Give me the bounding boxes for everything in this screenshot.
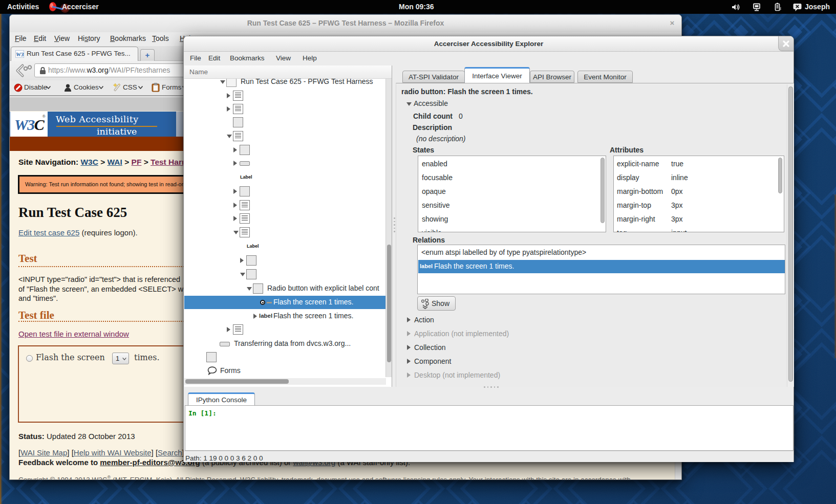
attr-key[interactable]: margin-top bbox=[617, 201, 651, 209]
paned-grip-vertical[interactable] bbox=[394, 217, 395, 233]
edit-test-case-link[interactable]: Edit test case 625 bbox=[18, 228, 79, 237]
attributes-scrollbar[interactable] bbox=[778, 158, 782, 193]
menu-bookmarks[interactable]: Bookmarks bbox=[230, 54, 265, 62]
nav-link-wai[interactable]: WAI bbox=[108, 158, 122, 166]
tree-row[interactable] bbox=[184, 185, 386, 198]
menu-tools[interactable]: Tools bbox=[152, 34, 169, 42]
tab-interface-viewer[interactable]: Interface Viewer bbox=[464, 67, 530, 83]
state-item[interactable]: opaque bbox=[422, 187, 446, 195]
radio-button[interactable] bbox=[26, 355, 33, 362]
wai-site-map-link[interactable]: WAI Site Map bbox=[20, 448, 67, 457]
tree-row[interactable] bbox=[184, 116, 386, 129]
help-wai-link[interactable]: Help with WAI Website bbox=[74, 448, 152, 457]
attr-value[interactable]: 3px bbox=[671, 215, 683, 223]
activities-button[interactable]: Activities bbox=[7, 0, 39, 14]
state-item[interactable]: enabled bbox=[422, 160, 447, 168]
state-item[interactable]: visible bbox=[422, 229, 442, 232]
menu-help[interactable]: Help bbox=[303, 54, 317, 62]
attr-value[interactable]: inline bbox=[671, 173, 688, 182]
display-icon[interactable] bbox=[752, 3, 761, 12]
expander-desktop[interactable]: Desktop (not implemented) bbox=[414, 371, 500, 379]
tree-row[interactable] bbox=[184, 157, 386, 170]
interface-viewer-scrollbar[interactable] bbox=[787, 84, 794, 387]
attr-value[interactable]: true bbox=[671, 160, 683, 168]
tab-event-monitor[interactable]: Event Monitor bbox=[577, 71, 633, 83]
user-name[interactable]: Joseph bbox=[805, 0, 830, 14]
menu-view[interactable]: View bbox=[54, 34, 70, 42]
tree-row[interactable]: Label bbox=[184, 240, 386, 253]
states-scrollbar[interactable] bbox=[601, 158, 605, 223]
tree-row[interactable]: labelFlash the screen 1 times. bbox=[184, 310, 386, 323]
attr-key[interactable]: display bbox=[617, 173, 639, 182]
new-tab-button[interactable]: + bbox=[140, 49, 155, 61]
accerciser-close-button[interactable] bbox=[778, 36, 794, 51]
relation-item[interactable]: <enum atspi labelled by of type pyatspir… bbox=[421, 248, 586, 256]
attr-value[interactable]: 3px bbox=[671, 201, 683, 209]
attr-key[interactable]: margin-right bbox=[617, 215, 655, 223]
open-test-file-link[interactable]: Open test file in external window bbox=[18, 330, 129, 338]
accessible-expander[interactable]: Accessible bbox=[414, 99, 448, 107]
tree-row[interactable] bbox=[184, 102, 386, 116]
tree-row[interactable] bbox=[184, 89, 386, 102]
expander-component[interactable]: Component bbox=[414, 357, 451, 365]
relation-selected-row[interactable]: label Flash the screen 1 times. bbox=[418, 260, 785, 273]
tab-ipython-console[interactable]: IPython Console bbox=[188, 392, 255, 405]
tree-row[interactable] bbox=[184, 323, 386, 336]
clock[interactable]: Mon 09:36 bbox=[399, 0, 434, 14]
tree-header[interactable]: Name bbox=[184, 65, 392, 79]
tree-row[interactable]: Radio button with explicit label cont bbox=[184, 282, 386, 295]
times-select[interactable]: 1 bbox=[112, 353, 129, 364]
chat-icon[interactable] bbox=[792, 3, 802, 12]
state-item[interactable]: focusable bbox=[422, 173, 453, 182]
tree-row[interactable] bbox=[184, 226, 386, 239]
expander-collection[interactable]: Collection bbox=[414, 343, 445, 352]
nav-link-w3c[interactable]: W3C bbox=[80, 158, 98, 166]
attr-key[interactable]: explicit-name bbox=[617, 160, 659, 168]
tree-row[interactable] bbox=[184, 129, 386, 143]
menu-bookmarks[interactable]: Bookmarks bbox=[110, 34, 146, 42]
w3c-logo[interactable]: W3C ® bbox=[10, 112, 48, 137]
nav-link-pf[interactable]: PF bbox=[132, 158, 142, 166]
show-button[interactable]: Show bbox=[417, 296, 456, 311]
tree-row-selected[interactable]: Flash the screen 1 times. bbox=[184, 296, 386, 309]
menu-file[interactable]: File bbox=[15, 34, 27, 42]
tree-row[interactable]: Forms bbox=[184, 364, 386, 377]
tree-row[interactable]: Label bbox=[184, 171, 386, 184]
tree-row[interactable] bbox=[184, 212, 386, 225]
expander-action[interactable]: Action bbox=[414, 316, 434, 324]
tab-api-browser[interactable]: API Browser bbox=[530, 71, 574, 83]
menu-edit[interactable]: Edit bbox=[208, 54, 220, 62]
tree-horizontal-scrollbar[interactable] bbox=[184, 378, 386, 385]
tree-row[interactable] bbox=[184, 254, 386, 267]
tree-vertical-scrollbar[interactable] bbox=[385, 79, 392, 377]
menu-history[interactable]: History bbox=[78, 34, 100, 42]
menu-view[interactable]: View bbox=[276, 54, 291, 62]
firefox-titlebar[interactable]: Run Test Case 625 – PFWG Test Harness – … bbox=[10, 15, 681, 32]
firefox-close-icon[interactable]: × bbox=[667, 18, 677, 28]
back-button-icon[interactable] bbox=[14, 62, 34, 79]
attr-value[interactable]: 0px bbox=[671, 187, 683, 195]
menu-edit[interactable]: Edit bbox=[34, 34, 46, 42]
tree-row[interactable]: Run Test Case 625 - PFWG Test Harness bbox=[184, 79, 386, 89]
tree-row[interactable] bbox=[184, 268, 386, 281]
attr-value[interactable]: input bbox=[671, 229, 687, 232]
attr-key[interactable]: margin-bottom bbox=[617, 187, 663, 195]
paned-grip-horizontal[interactable] bbox=[484, 386, 499, 388]
tree-row[interactable] bbox=[184, 143, 386, 157]
state-item[interactable]: sensitive bbox=[422, 201, 449, 209]
tree-row[interactable]: Transferring data from dvcs.w3.org... bbox=[184, 337, 386, 350]
tree-row[interactable] bbox=[184, 199, 386, 212]
ipython-console[interactable]: In [1]: bbox=[185, 405, 794, 451]
expander-application[interactable]: Application (not implemented) bbox=[414, 330, 509, 338]
browser-tab[interactable]: W3 Run Test Case 625 - PFWG Tes... bbox=[11, 47, 138, 61]
battery-icon[interactable] bbox=[773, 2, 782, 12]
state-item[interactable]: showing bbox=[422, 215, 448, 223]
tree-row[interactable] bbox=[184, 350, 386, 364]
accerciser-titlebar[interactable]: Accerciser Accessibility Explorer bbox=[184, 36, 794, 52]
attr-key[interactable]: tag bbox=[617, 229, 627, 232]
app-menu-label[interactable]: Accerciser bbox=[62, 0, 99, 14]
tab-atspi-validator[interactable]: AT-SPI Validator bbox=[402, 71, 465, 83]
menu-file[interactable]: File bbox=[190, 54, 201, 62]
volume-icon[interactable] bbox=[731, 3, 740, 12]
search-link[interactable]: Search bbox=[158, 448, 182, 457]
